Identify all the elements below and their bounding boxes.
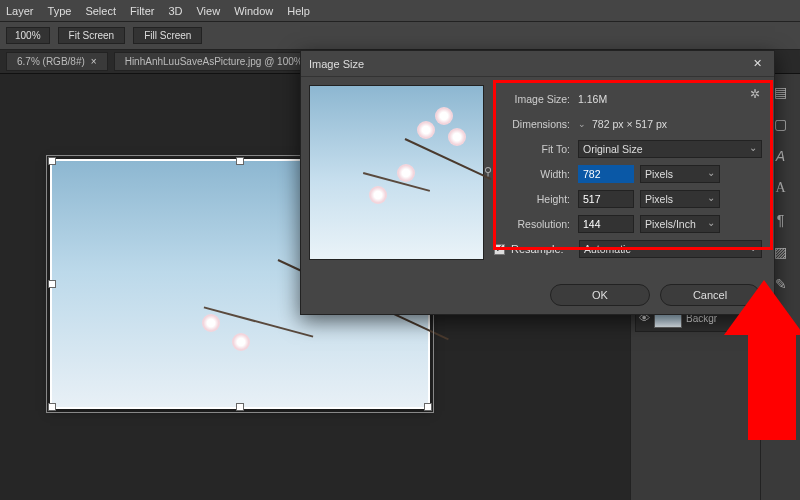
fill-screen-button[interactable]: Fill Screen	[133, 27, 202, 44]
image-size-value: 1.16M	[578, 93, 762, 105]
height-unit-dropdown[interactable]: Pixels	[640, 190, 720, 208]
glyphs-icon[interactable]: A	[776, 148, 785, 164]
close-icon[interactable]: ×	[91, 56, 97, 67]
dialog-titlebar[interactable]: Image Size ✕	[301, 51, 774, 77]
image-size-dialog: Image Size ✕ ✲ Image Size: 1.16M Dimensi…	[300, 50, 775, 315]
menu-view[interactable]: View	[196, 5, 220, 17]
dialog-footer: OK Cancel	[301, 277, 774, 313]
resolution-input[interactable]	[578, 215, 634, 233]
resample-checkbox[interactable]	[494, 244, 505, 255]
close-icon[interactable]: ✕	[748, 55, 766, 73]
height-input[interactable]	[578, 190, 634, 208]
image-size-label: Image Size:	[494, 93, 572, 105]
fit-to-dropdown[interactable]: Original Size	[578, 140, 762, 158]
menu-filter[interactable]: Filter	[130, 5, 154, 17]
menu-select[interactable]: Select	[85, 5, 116, 17]
ok-button[interactable]: OK	[550, 284, 650, 306]
document-tab-1[interactable]: 6.7% (RGB/8#) ×	[6, 52, 108, 71]
height-label: Height:	[494, 193, 572, 205]
annotation-arrow	[748, 330, 796, 440]
width-input[interactable]	[578, 165, 634, 183]
tab-label: 6.7% (RGB/8#)	[17, 56, 85, 67]
menu-3d[interactable]: 3D	[168, 5, 182, 17]
libraries-icon[interactable]: ▤	[774, 84, 787, 100]
resolution-label: Resolution:	[494, 218, 572, 230]
menu-type[interactable]: Type	[48, 5, 72, 17]
resample-dropdown[interactable]: Automatic	[579, 240, 762, 258]
dimensions-label: Dimensions:	[494, 118, 572, 130]
transform-handle[interactable]	[424, 403, 432, 411]
image-preview	[309, 85, 484, 260]
menu-window[interactable]: Window	[234, 5, 273, 17]
menu-layer[interactable]: Layer	[6, 5, 34, 17]
menu-bar: Layer Type Select Filter 3D View Window …	[0, 0, 800, 22]
options-bar: 100% Fit Screen Fill Screen	[0, 22, 800, 50]
resolution-unit-dropdown[interactable]: Pixels/Inch	[640, 215, 720, 233]
zoom-field[interactable]: 100%	[6, 27, 50, 44]
character-icon[interactable]: A	[775, 180, 785, 196]
transform-handle[interactable]	[48, 403, 56, 411]
swatches-icon[interactable]: ▨	[774, 244, 787, 260]
width-label: Width:	[494, 168, 572, 180]
crop-tool-icon[interactable]: ▢	[774, 116, 787, 132]
dialog-controls: ✲ Image Size: 1.16M Dimensions: ⌄ 782 px…	[492, 85, 766, 269]
fit-to-label: Fit To:	[494, 143, 572, 155]
transform-handle[interactable]	[236, 403, 244, 411]
resample-label: Resample:	[511, 243, 573, 255]
transform-handle[interactable]	[48, 280, 56, 288]
constrain-link-icon[interactable]: ⚲	[482, 165, 494, 178]
chevron-down-icon[interactable]: ⌄	[578, 119, 586, 129]
gear-icon[interactable]: ✲	[750, 87, 760, 101]
menu-help[interactable]: Help	[287, 5, 310, 17]
transform-handle[interactable]	[236, 157, 244, 165]
dialog-title: Image Size	[309, 58, 364, 70]
transform-handle[interactable]	[48, 157, 56, 165]
paragraph-icon[interactable]: ¶	[777, 212, 785, 228]
width-unit-dropdown[interactable]: Pixels	[640, 165, 720, 183]
fit-screen-button[interactable]: Fit Screen	[58, 27, 126, 44]
dimensions-value: 782 px × 517 px	[592, 118, 762, 130]
annotation-arrow-head	[724, 280, 800, 335]
